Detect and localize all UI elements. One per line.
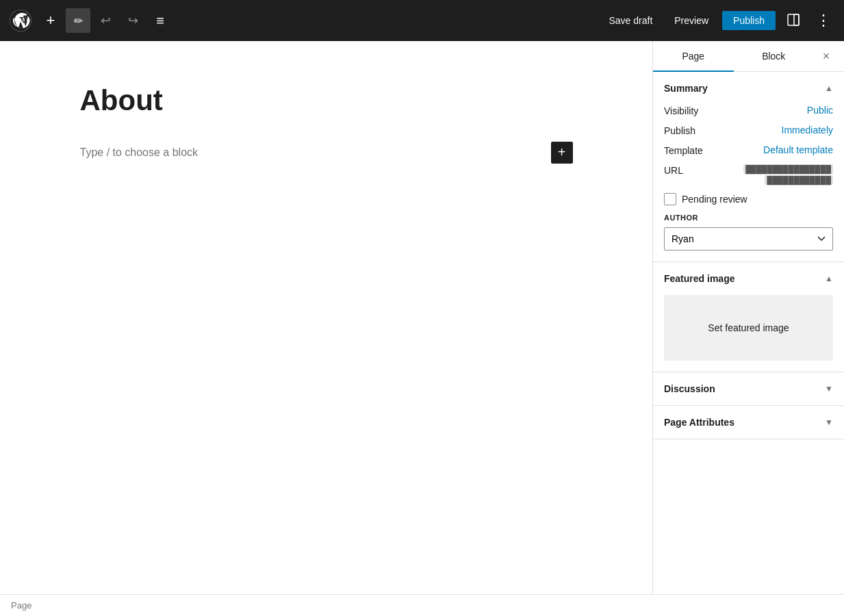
summary-panel-header[interactable]: Summary ▲ xyxy=(653,72,844,105)
discussion-panel: Discussion ▼ xyxy=(653,372,844,406)
block-placeholder[interactable]: Type / to choose a block + xyxy=(80,136,573,169)
url-row: URL ████████████████ ████████████ xyxy=(664,164,833,185)
save-draft-button[interactable]: Save draft xyxy=(600,11,661,30)
template-row: Template Default template xyxy=(664,144,833,156)
publish-label: Publish xyxy=(664,125,712,136)
url-value[interactable]: ████████████████ ████████████ xyxy=(717,164,833,185)
featured-image-panel-content: Set featured image xyxy=(653,295,844,372)
list-view-icon: ≡ xyxy=(156,13,164,29)
toolbar-right: Save draft Preview Publish ⋮ xyxy=(600,8,836,33)
sidebar: Page Block × Summary ▲ Visibility Public… xyxy=(652,41,844,594)
editor-content: About Type / to choose a block + xyxy=(39,82,614,169)
sidebar-tabs: Page Block × xyxy=(653,41,844,72)
featured-image-panel-header[interactable]: Featured image ▲ xyxy=(653,262,844,295)
author-select[interactable]: Ryan Admin xyxy=(664,227,833,251)
tab-block[interactable]: Block xyxy=(734,41,815,71)
pending-review-checkbox[interactable] xyxy=(664,193,676,205)
template-value[interactable]: Default template xyxy=(717,144,833,155)
page-attributes-panel-title: Page Attributes xyxy=(664,417,734,428)
plus-icon: + xyxy=(47,12,55,29)
layout-icon xyxy=(787,14,800,28)
template-label: Template xyxy=(664,144,712,156)
list-view-button[interactable]: ≡ xyxy=(148,8,172,33)
preview-button[interactable]: Preview xyxy=(666,11,717,30)
publish-value[interactable]: Immediately xyxy=(717,125,833,136)
editor-area[interactable]: About Type / to choose a block + xyxy=(0,41,652,594)
wp-logo[interactable] xyxy=(8,8,33,33)
pending-review-label: Pending review xyxy=(682,194,747,205)
pending-review-row: Pending review xyxy=(664,193,833,205)
main-area: About Type / to choose a block + Page Bl… xyxy=(0,41,844,594)
plus-inline-icon: + xyxy=(558,144,566,160)
discussion-chevron-icon: ▼ xyxy=(825,384,833,394)
page-attributes-panel: Page Attributes ▼ xyxy=(653,406,844,439)
summary-chevron-icon: ▲ xyxy=(825,84,833,93)
undo-button[interactable]: ↩ xyxy=(93,8,118,33)
add-block-button[interactable]: + xyxy=(38,8,63,33)
visibility-row: Visibility Public xyxy=(664,105,833,116)
edit-button[interactable]: ✏ xyxy=(66,8,90,33)
svg-rect-1 xyxy=(788,14,799,25)
summary-panel-title: Summary xyxy=(664,83,708,94)
status-bar: Page xyxy=(0,594,844,616)
page-attributes-panel-header[interactable]: Page Attributes ▼ xyxy=(653,406,844,439)
featured-image-panel: Featured image ▲ Set featured image xyxy=(653,262,844,372)
page-title-input[interactable]: About xyxy=(80,82,573,120)
discussion-panel-title: Discussion xyxy=(664,383,715,394)
sidebar-close-button[interactable]: × xyxy=(814,44,839,68)
visibility-value[interactable]: Public xyxy=(717,105,833,116)
featured-image-chevron-icon: ▲ xyxy=(825,274,833,283)
redo-button[interactable]: ↪ xyxy=(120,8,145,33)
svg-rect-2 xyxy=(794,14,799,25)
visibility-label: Visibility xyxy=(664,105,712,116)
publish-button[interactable]: Publish xyxy=(722,11,776,30)
sidebar-body: Summary ▲ Visibility Public Publish Imme… xyxy=(653,72,844,594)
publish-row: Publish Immediately xyxy=(664,125,833,136)
author-section-label: AUTHOR xyxy=(664,214,833,222)
summary-panel: Summary ▲ Visibility Public Publish Imme… xyxy=(653,72,844,262)
tab-page[interactable]: Page xyxy=(653,41,734,71)
more-options-button[interactable]: ⋮ xyxy=(811,8,836,33)
undo-icon: ↩ xyxy=(101,13,111,28)
summary-panel-content: Visibility Public Publish Immediately Te… xyxy=(653,105,844,261)
pencil-icon: ✏ xyxy=(74,14,83,27)
layout-button[interactable] xyxy=(781,8,806,33)
toolbar: + ✏ ↩ ↪ ≡ Save draft Preview Publish ⋮ xyxy=(0,0,844,41)
redo-icon: ↪ xyxy=(128,13,138,28)
set-featured-image-button[interactable]: Set featured image xyxy=(664,295,833,361)
page-attributes-chevron-icon: ▼ xyxy=(825,418,833,427)
url-text-2: ████████████ xyxy=(765,175,833,185)
more-icon: ⋮ xyxy=(816,12,831,29)
featured-image-panel-title: Featured image xyxy=(664,273,734,284)
url-label: URL xyxy=(664,164,712,176)
add-block-inline-button[interactable]: + xyxy=(551,142,573,164)
url-text: ████████████████ xyxy=(743,164,833,174)
author-section: AUTHOR Ryan Admin xyxy=(664,214,833,251)
discussion-panel-header[interactable]: Discussion ▼ xyxy=(653,372,844,405)
status-bar-label: Page xyxy=(11,600,31,611)
placeholder-text: Type / to choose a block xyxy=(80,146,199,159)
